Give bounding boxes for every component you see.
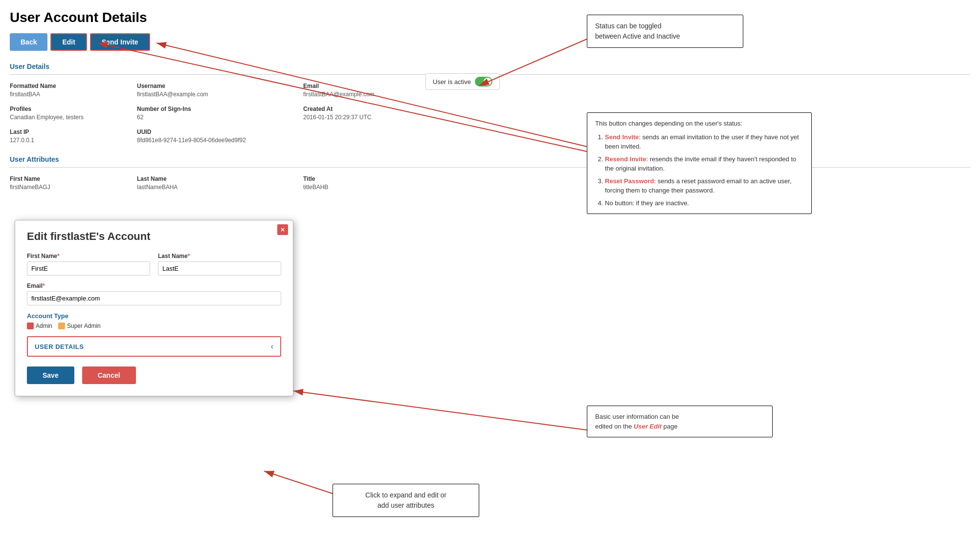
svg-line-5 — [293, 391, 587, 430]
back-button[interactable]: Back — [10, 33, 47, 51]
first-name-label: First Name — [10, 175, 117, 182]
user-details-bar-label: USER DETAILS — [35, 343, 84, 350]
attributes-divider — [10, 167, 970, 168]
resend-invite-label: Resend Invite — [605, 155, 646, 163]
sign-ins-value: 62 — [137, 114, 143, 121]
list-item-2: Resend Invite: resends the invite email … — [605, 154, 803, 173]
first-name-required: * — [57, 253, 60, 259]
email-value: firstlastBAA@example.com — [303, 91, 375, 98]
last-ip-label: Last IP — [10, 129, 117, 135]
status-toggle-text: Status can be toggledbetween Active and … — [595, 22, 680, 40]
modal-first-name-label: First Name* — [27, 253, 150, 259]
name-row: First Name* Last Name* — [27, 253, 281, 276]
formatted-name-value: firstlastBAA — [10, 91, 40, 98]
save-button[interactable]: Save — [27, 366, 74, 384]
attributes-grid: First Name firstNameBAGJ Last Name lastN… — [10, 175, 970, 191]
modal-email-label: Email* — [27, 282, 281, 289]
admin-label: Admin — [36, 323, 52, 329]
last-ip-value: 127.0.0.1 — [10, 137, 34, 144]
modal-last-name-label: Last Name* — [158, 253, 281, 259]
user-attributes-section: User Attributes First Name firstNameBAGJ… — [10, 155, 970, 191]
user-details-title: User Details — [10, 63, 970, 70]
send-invite-label: Send Invite — [605, 133, 639, 141]
sign-ins-label: Number of Sign-Ins — [137, 106, 284, 112]
edit-button[interactable]: Edit — [50, 33, 87, 51]
cancel-button[interactable]: Cancel — [82, 366, 136, 384]
profiles-value: Canadian Employee, testers — [10, 114, 84, 121]
email-required: * — [43, 282, 45, 289]
page-title: User Account Details — [10, 10, 970, 25]
toolbar: Back Edit Send Invite — [10, 33, 970, 51]
profiles-field: Profiles Canadian Employee, testers — [10, 106, 117, 121]
expand-attributes-annotation: Click to expand and edit oradd user attr… — [333, 484, 479, 517]
button-description-annotation: This button changes depending on the use… — [587, 112, 812, 214]
user-edit-link: User Edit — [634, 423, 662, 430]
last-name-label: Last Name — [137, 175, 284, 182]
user-edit-text: Basic user information can beedited on t… — [595, 413, 679, 430]
first-name-value: firstNameBAGJ — [10, 184, 50, 191]
user-attributes-title: User Attributes — [10, 155, 970, 163]
email-row: Email* — [27, 282, 281, 305]
toggle-label: User is active — [433, 78, 471, 86]
modal-title: Edit firstlastE's Account — [27, 230, 281, 243]
uuid-value: 8fd861e8-9274-11e9-8054-06dee9ed9f92 — [137, 137, 246, 144]
account-type-row: Admin Super Admin — [27, 323, 281, 329]
active-toggle-switch[interactable] — [475, 77, 492, 86]
reset-password-label: Reset Password — [605, 177, 654, 185]
account-type-label: Account Type — [27, 312, 281, 320]
formatted-name-label: Formatted Name — [10, 83, 117, 89]
title-value: titleBAHB — [303, 184, 328, 191]
modal-buttons: Save Cancel — [27, 366, 281, 384]
sign-ins-field: Number of Sign-Ins 62 — [137, 106, 284, 121]
user-edit-annotation: Basic user information can beedited on t… — [587, 406, 773, 437]
last-name-required: * — [188, 253, 190, 259]
edit-modal: × Edit firstlastE's Account First Name* … — [15, 220, 293, 396]
formatted-name-field: Formatted Name firstlastBAA — [10, 83, 117, 98]
last-ip-field: Last IP 127.0.0.1 — [10, 129, 117, 144]
title-field: Title titleBAHB — [303, 175, 450, 191]
super-admin-label: Super Admin — [67, 323, 101, 329]
uuid-label: UUID — [137, 129, 284, 135]
first-name-field: First Name firstNameBAGJ — [10, 175, 117, 191]
list-item-3: Reset Password: sends a reset password e… — [605, 176, 803, 195]
list-item-4: No button: if they are inactive. — [605, 198, 803, 208]
super-admin-icon — [58, 323, 65, 329]
user-details-grid: Formatted Name firstlastBAA Username fir… — [10, 83, 970, 144]
admin-badge: Admin — [27, 323, 52, 329]
user-details-bar[interactable]: USER DETAILS ‹ — [27, 336, 281, 357]
username-field: Username firstlastBAA@example.com — [137, 83, 284, 98]
last-name-field: Last Name lastNameBAHA — [137, 175, 284, 191]
username-value: firstlastBAA@example.com — [137, 91, 208, 98]
modal-email-group: Email* — [27, 282, 281, 305]
created-at-value: 2016-01-15 20:29:37 UTC — [303, 114, 371, 121]
svg-line-4 — [264, 471, 333, 494]
admin-icon — [27, 323, 34, 329]
modal-email-input[interactable] — [27, 291, 281, 305]
status-toggle-annotation: Status can be toggledbetween Active and … — [587, 15, 743, 48]
modal-first-name-group: First Name* — [27, 253, 150, 276]
super-admin-badge: Super Admin — [58, 323, 101, 329]
button-desc-title: This button changes depending on the use… — [595, 119, 803, 129]
modal-first-name-input[interactable] — [27, 261, 150, 276]
modal-last-name-group: Last Name* — [158, 253, 281, 276]
chevron-left-icon: ‹ — [271, 342, 273, 351]
modal-close-button[interactable]: × — [277, 224, 288, 235]
username-label: Username — [137, 83, 284, 89]
created-at-field: Created At 2016-01-15 20:29:37 UTC — [303, 106, 450, 121]
modal-last-name-input[interactable] — [158, 261, 281, 276]
list-item-1: Send Invite: sends an email invitation t… — [605, 132, 803, 151]
user-active-toggle[interactable]: User is active — [425, 73, 500, 90]
send-invite-button[interactable]: Send Invite — [90, 33, 150, 51]
last-name-value: lastNameBAHA — [137, 184, 178, 191]
created-at-label: Created At — [303, 106, 450, 112]
expand-attributes-text: Click to expand and edit oradd user attr… — [365, 491, 446, 509]
profiles-label: Profiles — [10, 106, 117, 112]
title-label: Title — [303, 175, 450, 182]
uuid-field: UUID 8fd861e8-9274-11e9-8054-06dee9ed9f9… — [137, 129, 284, 144]
button-desc-list: Send Invite: sends an email invitation t… — [595, 132, 803, 208]
